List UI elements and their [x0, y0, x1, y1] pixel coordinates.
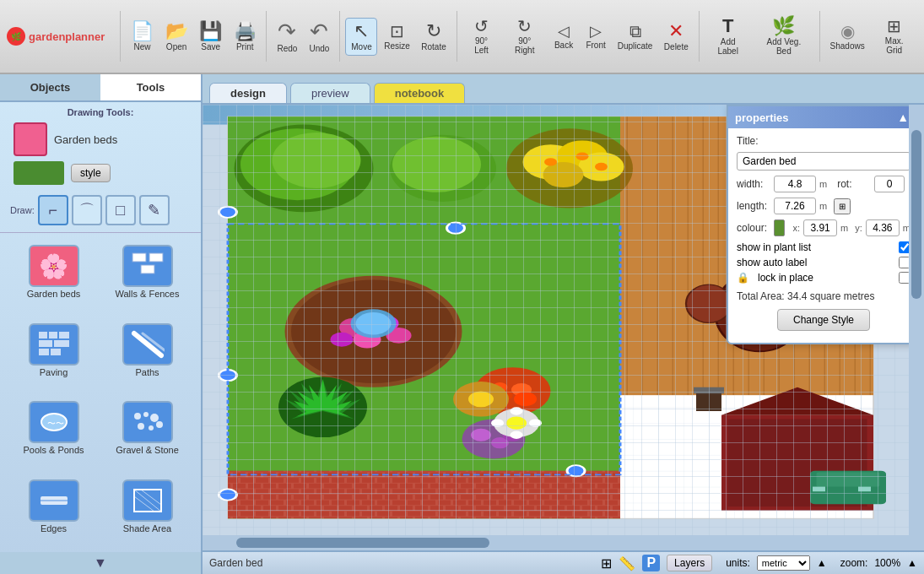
- tab-tools[interactable]: Tools: [100, 74, 201, 100]
- paths-icon-box: [122, 323, 173, 366]
- y-label: y:: [855, 223, 862, 233]
- shade-area-label: Shade Area: [123, 523, 172, 533]
- horizontal-scrollbar-thumb[interactable]: [236, 538, 489, 548]
- colour-row: colour: x: m y: m: [737, 219, 910, 236]
- left-panel: Objects Tools Drawing Tools: Garden beds…: [0, 74, 203, 574]
- svg-point-73: [471, 429, 491, 441]
- tool-90left[interactable]: ↺ 90° Left: [462, 14, 501, 58]
- change-style-button[interactable]: Change Style: [777, 309, 870, 331]
- x-input[interactable]: [803, 219, 837, 236]
- rot-label: rot:: [837, 178, 871, 190]
- paving-icon-box: [29, 323, 79, 366]
- redo-icon: ↷: [278, 20, 296, 42]
- width-row: width: m rot:: [737, 176, 910, 192]
- bed-pink-preview: [14, 122, 47, 156]
- length-adjust-btn[interactable]: ⊞: [834, 198, 851, 214]
- vertical-scrollbar[interactable]: [909, 105, 924, 535]
- lock-in-place-label: lock in place: [758, 272, 894, 284]
- svg-rect-9: [51, 349, 61, 355]
- rot-input[interactable]: [874, 176, 905, 192]
- 90left-icon: ↺: [474, 18, 489, 35]
- resize-label: Resize: [384, 41, 410, 51]
- svg-point-79: [511, 431, 523, 439]
- tool-new[interactable]: 📄 New: [126, 19, 159, 55]
- tool-open[interactable]: 📂 Open: [160, 19, 193, 55]
- garden-beds-label: Garden beds: [27, 289, 81, 299]
- tool-redo[interactable]: ↷ Redo: [272, 17, 302, 57]
- toolbar-separator-2: [266, 11, 267, 62]
- 90right-icon: ↻: [517, 18, 532, 35]
- tool-item-shade-area[interactable]: Shade Area: [104, 474, 191, 546]
- status-garden-bed-label: Garden bed: [209, 557, 594, 569]
- handle-1: [219, 207, 237, 218]
- drawing-tools-label: Drawing Tools:: [0, 102, 201, 119]
- draw-freehand-btn[interactable]: ✎: [139, 195, 170, 225]
- save-icon: 💾: [199, 22, 222, 41]
- gravel-stone-icon-box: [122, 401, 173, 443]
- back-icon: ◁: [558, 24, 570, 39]
- tool-item-paths[interactable]: Paths: [104, 318, 191, 390]
- open-icon: 📂: [165, 22, 188, 41]
- svg-text:〜〜: 〜〜: [47, 419, 64, 428]
- svg-rect-91: [696, 391, 721, 411]
- svg-line-23: [134, 490, 161, 512]
- ruler-icon[interactable]: 📏: [619, 555, 635, 571]
- tool-item-garden-beds[interactable]: 🌸 Garden beds: [10, 240, 97, 311]
- grid-icon[interactable]: ⊞: [601, 555, 612, 571]
- svg-rect-1: [149, 253, 163, 262]
- tool-rotate[interactable]: ↻ Rotate: [417, 19, 451, 55]
- tab-notebook[interactable]: notebook: [374, 83, 466, 103]
- tool-shadows[interactable]: ◉ Shadows: [825, 19, 869, 54]
- tool-add-veg-bed[interactable]: 🌿 Add Veg. Bed: [754, 14, 814, 59]
- svg-rect-6: [39, 340, 52, 347]
- tool-back[interactable]: ◁ Back: [548, 20, 579, 53]
- zoom-arrow-up[interactable]: ▲: [907, 557, 917, 569]
- draw-square-btn[interactable]: □: [105, 195, 136, 225]
- tool-90right[interactable]: ↻ 90° Right: [503, 14, 548, 58]
- tab-objects[interactable]: Objects: [0, 74, 100, 100]
- y-input[interactable]: [866, 219, 900, 236]
- horizontal-scrollbar[interactable]: [203, 535, 924, 550]
- tool-max-grid[interactable]: ⊞ Max. Grid: [871, 14, 917, 58]
- tool-print[interactable]: 🖨️ Print: [229, 19, 262, 55]
- p-icon[interactable]: P: [642, 555, 660, 571]
- duplicate-label: Duplicate: [618, 41, 653, 51]
- style-button[interactable]: style: [71, 164, 111, 182]
- tool-move[interactable]: ↖ Move: [345, 18, 377, 56]
- units-select[interactable]: metric imperial: [757, 555, 810, 571]
- tool-duplicate[interactable]: ⧉ Duplicate: [613, 19, 657, 54]
- draw-rect-btn[interactable]: ⌐: [38, 195, 68, 225]
- show-plant-list-label: show in plant list: [737, 241, 894, 253]
- width-input[interactable]: [774, 176, 816, 192]
- draw-curve-btn[interactable]: ⌒: [72, 195, 102, 225]
- tool-undo[interactable]: ↶ Undo: [304, 17, 334, 57]
- tool-item-edges[interactable]: Edges: [10, 474, 97, 546]
- tool-item-walls-fences[interactable]: Walls & Fences: [104, 240, 191, 311]
- tool-resize[interactable]: ⊡ Resize: [379, 19, 414, 54]
- colour-picker[interactable]: [774, 219, 785, 236]
- rotate-icon: ↻: [426, 22, 441, 41]
- walls-fences-icon-box: [122, 245, 173, 287]
- tab-design[interactable]: design: [209, 83, 287, 103]
- tool-item-gravel-stone[interactable]: Gravel & Stone: [104, 396, 191, 468]
- svg-rect-8: [39, 349, 49, 355]
- svg-point-17: [138, 423, 144, 430]
- tool-save[interactable]: 💾 Save: [194, 19, 227, 55]
- tab-preview[interactable]: preview: [290, 83, 370, 103]
- length-unit: m: [819, 201, 827, 211]
- length-input[interactable]: [774, 198, 816, 214]
- canvas-wrapper[interactable]: properties ▲ Title: width: m rot:: [203, 105, 924, 550]
- vertical-scrollbar-thumb[interactable]: [911, 130, 921, 299]
- tool-front[interactable]: ▷ Front: [581, 20, 611, 53]
- layers-button[interactable]: Layers: [667, 555, 712, 571]
- tool-item-paving[interactable]: Paving: [10, 318, 97, 390]
- title-row: Title:: [737, 135, 910, 147]
- title-input[interactable]: [737, 152, 910, 171]
- canvas-area: design preview notebook: [203, 74, 924, 574]
- tool-delete[interactable]: ✕ Delete: [659, 19, 693, 55]
- front-label: Front: [586, 41, 605, 50]
- length-row: length: m ⊞: [737, 198, 910, 214]
- tool-item-pools-ponds[interactable]: 〜〜 Pools & Ponds: [10, 396, 97, 468]
- print-label: Print: [236, 42, 254, 51]
- tool-add-label[interactable]: T Add Label: [704, 14, 751, 59]
